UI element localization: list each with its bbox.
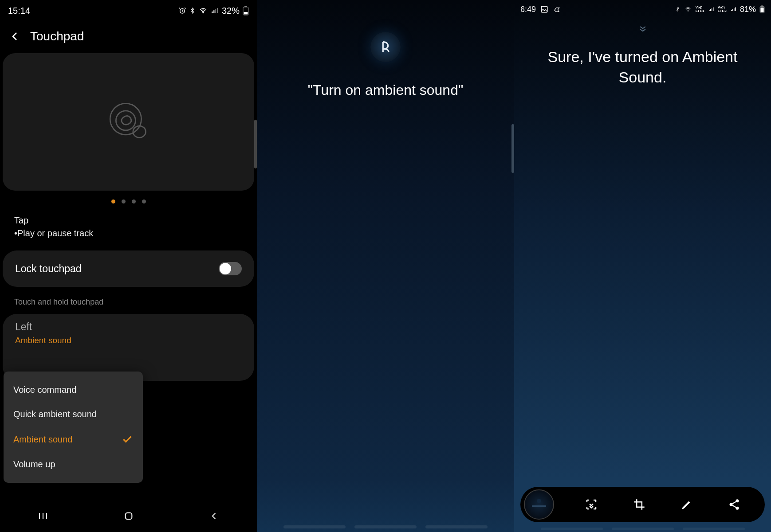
wifi-icon <box>199 7 208 15</box>
screen-bixby-response: 6:49 Vo))LTE1 Vo))LTE2 <box>514 0 771 532</box>
gesture-action: •Play or pause track <box>14 227 243 240</box>
gesture-description: Tap •Play or pause track <box>0 203 257 246</box>
touchpad-left-title: Left <box>15 321 242 333</box>
svg-rect-13 <box>760 8 763 12</box>
pager-dot[interactable] <box>142 200 146 203</box>
svg-rect-9 <box>541 6 547 12</box>
svg-rect-12 <box>761 5 763 6</box>
svg-rect-4 <box>244 12 248 15</box>
popup-item-label: Ambient sound <box>13 434 72 445</box>
recognized-speech: "Turn on ambient sound" <box>257 82 514 98</box>
section-heading: Touch and hold touchpad <box>0 287 257 311</box>
pager-dots[interactable] <box>0 200 257 203</box>
status-time: 15:14 <box>8 6 30 16</box>
battery-icon <box>759 5 765 13</box>
back-button[interactable] <box>188 511 241 521</box>
share-icon[interactable] <box>728 498 740 511</box>
wifi-icon <box>684 6 692 12</box>
gesture-heading: Tap <box>14 214 243 227</box>
android-nav-bar <box>0 500 257 532</box>
popup-item-quick-ambient[interactable]: Quick ambient sound <box>4 402 143 426</box>
svg-rect-3 <box>244 6 247 8</box>
earbud-icon <box>104 97 153 147</box>
screenshot-thumbnail[interactable] <box>524 489 554 520</box>
popup-item-label: Quick ambient sound <box>13 409 97 419</box>
scroll-capture-icon[interactable] <box>585 498 598 511</box>
popup-item-label: Voice command <box>13 385 76 395</box>
status-bar: 6:49 Vo))LTE1 Vo))LTE2 <box>514 0 771 19</box>
svg-point-6 <box>116 111 135 130</box>
bixby-icon <box>370 32 401 62</box>
pager-dot[interactable] <box>132 200 136 203</box>
back-icon[interactable] <box>10 31 20 42</box>
lte2-badge: Vo))LTE2 <box>718 6 727 13</box>
page-header: Touchpad <box>0 21 257 53</box>
page-title: Touchpad <box>30 29 84 43</box>
assistant-response: Sure, I've turned on Ambient Sound. <box>514 47 771 88</box>
status-time: 6:49 <box>520 5 536 14</box>
svg-point-14 <box>537 499 541 503</box>
image-icon <box>540 5 548 13</box>
popup-item-volume-up[interactable]: Volume up <box>4 452 143 477</box>
option-popup: Voice command Quick ambient sound Ambien… <box>4 372 143 483</box>
alarm-icon <box>178 7 186 15</box>
svg-point-1 <box>203 12 204 13</box>
popup-item-voice-command[interactable]: Voice command <box>4 378 143 402</box>
svg-point-16 <box>736 499 739 502</box>
home-button[interactable] <box>102 511 155 521</box>
bluetooth-icon <box>189 7 196 15</box>
screen-bixby-listening: "Turn on ambient sound" <box>257 0 514 532</box>
battery-percent: 81% <box>740 5 756 14</box>
lock-touchpad-row[interactable]: Lock touchpad <box>3 250 254 287</box>
battery-percent: 32% <box>222 6 240 16</box>
battery-icon <box>243 6 249 16</box>
gesture-bar <box>514 528 771 530</box>
lock-touchpad-label: Lock touchpad <box>15 263 82 275</box>
pager-dot[interactable] <box>122 200 126 203</box>
bluetooth-icon <box>675 6 681 13</box>
check-icon <box>122 434 133 445</box>
lock-touchpad-toggle[interactable] <box>219 262 242 275</box>
signal-icon <box>708 7 714 12</box>
lte1-badge: Vo))LTE1 <box>696 6 704 13</box>
svg-rect-15 <box>532 505 546 507</box>
touchpad-left-row[interactable]: Left Ambient sound <box>3 314 254 381</box>
svg-rect-8 <box>125 513 132 520</box>
edit-icon[interactable] <box>681 498 693 511</box>
gesture-bar <box>257 525 514 528</box>
pager-dot[interactable] <box>111 200 115 203</box>
status-bar: 15:14 32% <box>0 0 257 21</box>
expand-handle-icon[interactable] <box>514 25 771 34</box>
touchpad-left-value: Ambient sound <box>15 336 242 345</box>
crop-icon[interactable] <box>633 498 645 511</box>
popup-item-label: Volume up <box>13 459 55 469</box>
signal-icon <box>211 7 219 14</box>
svg-point-18 <box>736 507 739 510</box>
signal-icon <box>730 7 736 12</box>
recents-button[interactable] <box>16 512 70 520</box>
screenshot-toolbar <box>520 487 765 522</box>
screen-touchpad-settings: 15:14 32% <box>0 0 257 532</box>
svg-point-10 <box>688 11 688 11</box>
cast-icon <box>553 6 562 13</box>
svg-point-17 <box>729 503 732 506</box>
popup-item-ambient-sound[interactable]: Ambient sound <box>4 426 143 452</box>
gesture-illustration-card[interactable] <box>3 53 254 191</box>
